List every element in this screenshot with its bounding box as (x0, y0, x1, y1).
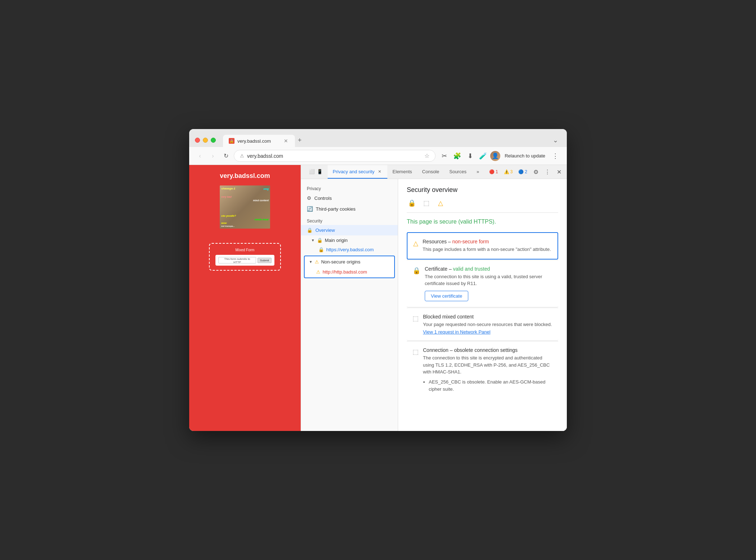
sidebar-item-controls[interactable]: ⚙ Controls (301, 193, 398, 203)
security-icon: ⚠ (240, 153, 244, 159)
main-content: very.badssl.com shaaaga-1 omg very bad m… (189, 165, 567, 431)
connection-card-header: ⬚ Connection – obsolete connection setti… (413, 347, 552, 393)
non-secure-warning-icon: ⚠ (315, 259, 319, 265)
connection-card-title: Connection – obsolete connection setting… (423, 347, 552, 353)
lock-icon[interactable]: 🔒 (407, 198, 417, 208)
tab-more[interactable]: » (472, 165, 484, 179)
non-secure-origins-box: ▼ ⚠ Non-secure origins ⚠ http://http.bad… (304, 256, 395, 278)
tab-menu-button[interactable]: ⌄ (550, 133, 561, 147)
scissors-icon[interactable]: ✂ (438, 150, 450, 162)
forward-button[interactable]: › (208, 151, 218, 161)
security-section-label: Security (301, 214, 398, 225)
minimize-window-button[interactable] (203, 138, 208, 143)
active-tab[interactable]: 🔒 very.badssl.com ✕ (223, 135, 295, 147)
toolbar-right: ✂ 🧩 ⬇ 🧪 👤 Relaunch to update ⋮ (438, 150, 561, 162)
resources-card: △ Resources – non-secure form This page … (407, 232, 558, 260)
resources-warning-icon: △ (413, 239, 418, 247)
connection-icon: ⬚ (413, 348, 419, 356)
error-count: 1 (496, 169, 498, 174)
certificate-card-desc: The connection to this site is using a v… (425, 273, 552, 287)
title-bar: 🔒 very.badssl.com ✕ + ⌄ (189, 129, 567, 147)
error-badge: 🔴 1 (487, 169, 500, 175)
tab-title: very.badssl.com (237, 138, 271, 144)
devtools-close-button[interactable]: ✕ (554, 167, 564, 177)
connection-bullet-list: AES_256_CBC is obsolete. Enable an AES-G… (423, 378, 552, 394)
sidebar-item-third-party-cookies[interactable]: 🔄 Third-party cookies (301, 203, 398, 214)
console-tab-label: Console (422, 169, 440, 174)
tab-privacy-security[interactable]: Privacy and security ✕ (328, 165, 387, 179)
sources-tab-label: Sources (449, 169, 466, 174)
warning-badge: ⚠️ 3 (502, 169, 515, 175)
main-panel: Security overview 🔒 ⬚ △ This page is sec… (398, 179, 567, 431)
warning-count: 3 (510, 169, 513, 174)
relaunch-button[interactable]: Relaunch to update (502, 152, 548, 160)
sidebar-item-overview[interactable]: 🔒 Overview (301, 225, 398, 235)
devtools-inspect-button[interactable]: ⬜ 📱 (304, 165, 328, 179)
main-origin-lock-icon: 🔒 (317, 238, 323, 243)
tab-sources[interactable]: Sources (444, 165, 472, 179)
certificate-card-header: 🔒 Certificate – valid and trusted The co… (413, 266, 552, 301)
lab-icon[interactable]: 🧪 (477, 150, 489, 162)
info-badge: 🔵 2 (516, 169, 529, 175)
inspect-icon-2: 📱 (317, 169, 323, 174)
non-secure-url-warn-icon: ⚠ (316, 269, 320, 275)
third-party-cookies-label: Third-party cookies (316, 206, 356, 212)
main-origin-tree-item[interactable]: ▼ 🔒 Main origin (301, 235, 398, 245)
connection-card: ⬚ Connection – obsolete connection setti… (407, 341, 558, 399)
browser-window: 🔒 very.badssl.com ✕ + ⌄ ‹ › ↻ ⚠ very.bad… (189, 129, 567, 431)
main-origin-url-item[interactable]: 🔒 https://very.badssl.com (301, 245, 398, 254)
blocked-mixed-header: ⬚ Blocked mixed content Your page reques… (413, 314, 552, 335)
error-icon: 🔴 (489, 169, 495, 174)
info-count: 2 (525, 169, 527, 174)
devtools-right-controls: 🔴 1 ⚠️ 3 🔵 2 ⚙ ⋮ ✕ (487, 167, 564, 177)
page-area: very.badssl.com shaaaga-1 omg very bad m… (189, 165, 301, 431)
tab-close-button[interactable]: ✕ (283, 138, 289, 144)
back-button[interactable]: ‹ (195, 151, 205, 161)
main-origin-label: Main origin (325, 238, 348, 243)
divider-1 (407, 212, 558, 213)
tab-elements[interactable]: Elements (387, 165, 417, 179)
blocked-mixed-desc: Your page requested non-secure resources… (423, 321, 552, 328)
overview-label: Overview (315, 228, 335, 233)
profile-avatar[interactable]: 👤 (490, 151, 500, 161)
close-window-button[interactable] (195, 138, 200, 143)
reload-button[interactable]: ↻ (221, 151, 231, 161)
address-text: very.badssl.com (247, 153, 422, 159)
security-overview-title: Security overview (407, 186, 558, 194)
view-network-panel-link[interactable]: View 1 request in Network Panel (423, 329, 552, 335)
new-tab-button[interactable]: + (295, 134, 305, 147)
controls-label: Controls (314, 196, 332, 201)
main-origin-url-lock-icon: 🔒 (318, 247, 324, 252)
certificate-card: 🔒 Certificate – valid and trusted The co… (407, 260, 558, 307)
connection-card-desc: The connection to this site is encrypted… (423, 354, 552, 376)
tab-console[interactable]: Console (417, 165, 445, 179)
certificate-title-text: Certificate – (425, 266, 453, 272)
tab-bar: 🔒 very.badssl.com ✕ + ⌄ (223, 133, 561, 147)
blocked-mixed-icon: ⬚ (413, 315, 419, 322)
maximize-window-button[interactable] (211, 138, 216, 143)
connection-bullet-item: AES_256_CBC is obsolete. Enable an AES-G… (429, 378, 552, 394)
submit-button-fake[interactable]: Submit (258, 258, 272, 263)
download-icon[interactable]: ⬇ (464, 150, 476, 162)
info-icon: 🔵 (518, 169, 524, 174)
mixed-content-icon[interactable]: ⬚ (421, 198, 431, 208)
certificate-highlight-text: valid and trusted (453, 266, 490, 272)
chrome-menu-button[interactable]: ⋮ (550, 150, 561, 162)
devtools-tabs: ⬜ 📱 Privacy and security ✕ Elements Cons… (301, 165, 567, 179)
view-certificate-button[interactable]: View certificate (425, 291, 468, 301)
warning-triangle-icon[interactable]: △ (436, 198, 446, 208)
non-secure-url-item[interactable]: ⚠ http://http.badssl.com (305, 267, 394, 277)
non-secure-origins-header[interactable]: ▼ ⚠ Non-secure origins (305, 256, 394, 267)
security-icons-row: 🔒 ⬚ △ (407, 198, 558, 208)
devtools-menu-button[interactable]: ⋮ (542, 167, 552, 177)
resources-title-text: Resources – (423, 239, 452, 244)
privacy-security-tab-close[interactable]: ✕ (377, 169, 382, 174)
devtools-body: Privacy ⚙ Controls 🔄 Third-party cookies… (301, 179, 567, 431)
devtools-settings-button[interactable]: ⚙ (531, 167, 541, 177)
extensions-icon[interactable]: 🧩 (451, 150, 463, 162)
privacy-security-tab-label: Privacy and security (333, 169, 374, 174)
address-bar[interactable]: ⚠ very.badssl.com ☆ (234, 150, 436, 162)
elements-tab-label: Elements (392, 169, 412, 174)
bookmark-button[interactable]: ☆ (424, 152, 429, 159)
resources-card-content: Resources – non-secure form This page in… (423, 239, 551, 253)
